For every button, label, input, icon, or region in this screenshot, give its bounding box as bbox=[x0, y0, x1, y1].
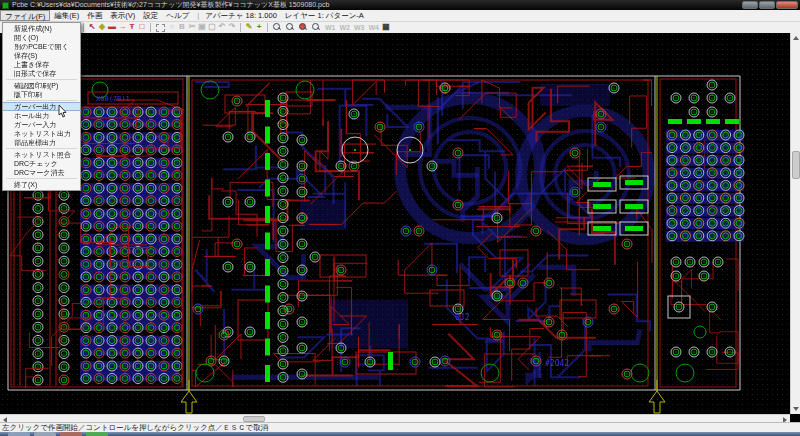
file-menu-item-17[interactable]: DRCチェック bbox=[3, 159, 80, 168]
status-text: 左クリックで作画開始／コントロールを押しながらクリック点／ＥＳＣで取消 bbox=[2, 423, 268, 432]
scroll-down-icon[interactable] bbox=[793, 407, 799, 411]
redo-icon[interactable]: ↷ bbox=[227, 22, 237, 33]
file-menu-item-3[interactable]: 保存(S) bbox=[3, 51, 80, 60]
origin-icon[interactable]: + bbox=[254, 22, 264, 33]
layer-status: レイヤー 1: パターン-A bbox=[285, 11, 364, 21]
file-menu-popup: 新規作成(N)開く(O)別のPCBEで開く保存(S)上書き保存旧形式で保存確認図… bbox=[2, 22, 81, 191]
measure-icon[interactable]: ✎ bbox=[244, 22, 254, 33]
maximize-button[interactable] bbox=[759, 1, 775, 9]
file-menu-item-16[interactable]: ネットリスト照合 bbox=[3, 150, 80, 159]
menubar-item-1[interactable]: ファイル(F) bbox=[0, 10, 50, 21]
zoom-fit-icon[interactable] bbox=[312, 23, 321, 32]
rect-tool-icon[interactable]: □ bbox=[137, 22, 147, 33]
menubar-item-4[interactable]: 表示(V) bbox=[106, 10, 139, 21]
menubar-item-2[interactable]: 編集(E) bbox=[50, 10, 83, 21]
menu-separator bbox=[6, 79, 77, 80]
file-menu-item-5[interactable]: 旧形式で保存 bbox=[3, 69, 80, 78]
fill-tool-icon[interactable]: B bbox=[177, 22, 187, 33]
file-menu-item-18[interactable]: DRCマーク消去 bbox=[3, 168, 80, 177]
toolbar-separator bbox=[150, 23, 151, 32]
menu-separator bbox=[6, 100, 77, 101]
select-tool-icon[interactable]: ↖ bbox=[87, 22, 97, 33]
taskbar-app-3[interactable] bbox=[60, 432, 82, 436]
menu-separator bbox=[6, 178, 77, 179]
file-menu-item-2[interactable]: 別のPCBEで開く bbox=[3, 42, 80, 51]
file-menu-item-20[interactable]: 終了(X) bbox=[3, 180, 80, 189]
window-title: Pcbe C:¥Users¥da¥Documents¥技術¥の27ココナッツ開発… bbox=[12, 0, 329, 10]
taskbar-app-2[interactable] bbox=[34, 432, 56, 436]
close-button[interactable] bbox=[776, 1, 798, 9]
toolbar-separator bbox=[267, 23, 268, 32]
menubar-item-6[interactable]: ヘルプ bbox=[162, 10, 193, 21]
window4-label[interactable]: W4 bbox=[369, 24, 380, 31]
cut-icon[interactable]: ✂ bbox=[187, 22, 197, 33]
file-menu-item-11[interactable]: ホール出力 bbox=[3, 111, 80, 120]
taskbar-app-1[interactable] bbox=[8, 432, 30, 436]
line-tool-icon[interactable]: ▬ bbox=[107, 22, 117, 33]
file-menu-item-12[interactable]: ガーバー入力 bbox=[3, 120, 80, 129]
zoom-out-icon[interactable] bbox=[286, 23, 295, 32]
scroll-up-icon[interactable] bbox=[793, 36, 799, 40]
mouse-cursor bbox=[58, 105, 67, 118]
file-menu-item-7[interactable]: 確認図印刷(P) bbox=[3, 81, 80, 90]
minimize-button[interactable] bbox=[742, 1, 758, 9]
window2-label[interactable]: W2 bbox=[340, 24, 351, 31]
taskbar-app-4[interactable] bbox=[86, 432, 108, 436]
pcb-canvas[interactable] bbox=[0, 33, 790, 414]
pcbe-window: Pcbe C:¥Users¥da¥Documents¥技術¥の27ココナッツ開発… bbox=[0, 0, 800, 436]
zoom-in-icon[interactable] bbox=[273, 23, 282, 32]
file-menu-item-1[interactable]: 開く(O) bbox=[3, 33, 80, 42]
zoom-area-icon[interactable] bbox=[299, 23, 308, 32]
title-bar: Pcbe C:¥Users¥da¥Documents¥技術¥の27ココナッツ開発… bbox=[0, 0, 800, 10]
file-menu-item-0[interactable]: 新規作成(N) bbox=[3, 24, 80, 33]
file-menu-item-13[interactable]: ネットリスト出力 bbox=[3, 129, 80, 138]
aperture-status: アパーチャ 18: 1.000 bbox=[205, 11, 277, 21]
window1-label[interactable]: W1 bbox=[325, 24, 336, 31]
paste-icon[interactable]: ▢ bbox=[207, 22, 217, 33]
file-menu-item-4[interactable]: 上書き保存 bbox=[3, 60, 80, 69]
horizontal-scrollbar[interactable] bbox=[0, 414, 790, 422]
wire-tool-icon[interactable]: → bbox=[117, 22, 127, 33]
menu-bar: ファイル(F)編集(E)作画表示(V)設定ヘルプ| アパーチャ 18: 1.00… bbox=[0, 10, 800, 22]
pad-tool-icon[interactable]: ◆ bbox=[97, 22, 107, 33]
select-rect-icon[interactable] bbox=[156, 24, 165, 32]
toolbar-separator bbox=[240, 23, 241, 32]
windows-taskbar[interactable] bbox=[0, 432, 800, 436]
window3-label[interactable]: W3 bbox=[354, 24, 365, 31]
menubar-divider: | bbox=[197, 11, 199, 20]
vertical-scrollbar[interactable] bbox=[790, 33, 800, 414]
menubar-item-3[interactable]: 作画 bbox=[83, 10, 106, 21]
text-tool-icon[interactable]: Ŧ bbox=[127, 22, 137, 33]
menubar-item-5[interactable]: 設定 bbox=[139, 10, 162, 21]
file-menu-item-10[interactable]: ガーバー出力 bbox=[3, 102, 80, 111]
grid-icon[interactable]: ▦ bbox=[381, 22, 391, 33]
copy-icon[interactable]: ▣ bbox=[197, 22, 207, 33]
status-bar: 左クリックで作画開始／コントロールを押しながらクリック点／ＥＳＣで取消 bbox=[0, 422, 800, 432]
file-menu-item-8[interactable]: 版下印刷 bbox=[3, 90, 80, 99]
undo-icon[interactable]: ↶ bbox=[217, 22, 227, 33]
toolbar-separator bbox=[83, 23, 84, 32]
menu-separator bbox=[6, 148, 77, 149]
file-menu-item-14[interactable]: 部品座標出力 bbox=[3, 138, 80, 147]
app-icon bbox=[2, 2, 9, 9]
circle-tool-icon[interactable]: ○ bbox=[167, 22, 177, 33]
vertical-scroll-thumb[interactable] bbox=[792, 151, 800, 179]
